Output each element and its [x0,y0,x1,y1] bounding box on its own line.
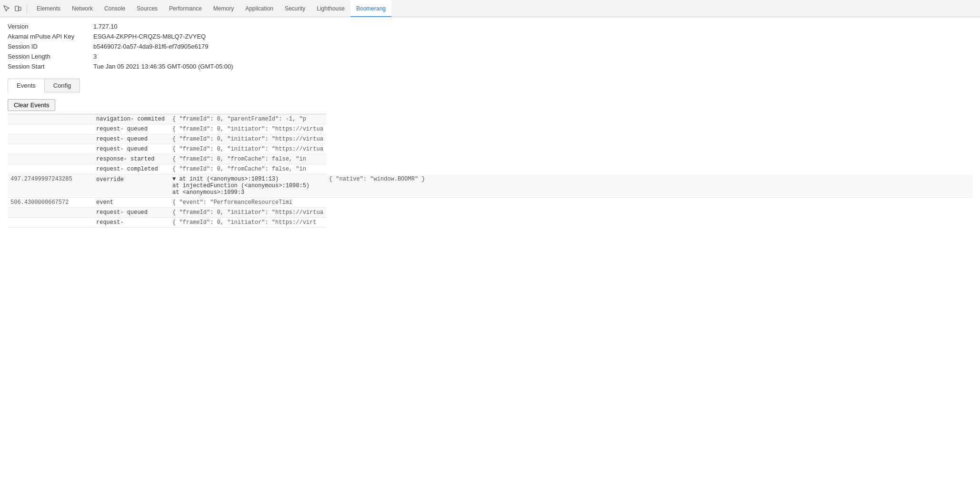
stack-line: at injectedFunction (<anonymous>:1098:5) [172,182,323,189]
nav-tab-elements[interactable]: Elements [31,0,66,17]
sub-tab-config[interactable]: Config [45,79,80,92]
event-type: request- [93,218,170,228]
event-data: { "frameId": 0, "initiator": "https://vi… [170,144,326,154]
event-time [8,144,93,154]
event-data: { "frameId": 0, "parentFrameId": -1, "p [170,114,326,124]
nav-tabs: ElementsNetworkConsoleSourcesPerformance… [31,0,391,17]
event-data: { "native": "window.BOOMR" } [326,174,972,198]
stack-line: at <anonymous>:1099:3 [172,189,323,196]
sub-tabs: EventsConfig [8,79,80,92]
table-row: response- started{ "frameId": 0, "fromCa… [8,154,972,164]
table-row: request- queued{ "frameId": 0, "initiato… [8,208,972,218]
event-type: request- queued [93,208,170,218]
event-time [8,124,93,134]
api-key-label: Akamai mPulse API Key [8,33,93,40]
event-time: 506.4300000667572 [8,198,93,208]
event-type: request- queued [93,124,170,134]
session-length-label: Session Length [8,53,93,60]
event-time [8,134,93,144]
nav-tab-application[interactable]: Application [240,0,279,17]
event-type: navigation- commited [93,114,170,124]
main-content: Version 1.727.10 Akamai mPulse API Key E… [0,17,980,233]
version-label: Version [8,23,93,30]
nav-tab-boomerang[interactable]: Boomerang [350,0,391,17]
clear-events-button[interactable]: Clear Events [8,99,55,111]
session-id-label: Session ID [8,43,93,50]
sub-tab-container: EventsConfig [8,79,972,92]
table-row: request- queued{ "frameId": 0, "initiato… [8,124,972,134]
event-data: { "frameId": 0, "initiator": "https://vi… [170,134,326,144]
svg-rect-1 [19,7,21,10]
event-time [8,114,93,124]
nav-tab-performance[interactable]: Performance [163,0,208,17]
session-id-value: b5469072-0a57-4da9-81f6-ef7d905e6179 [93,43,972,50]
event-time [8,208,93,218]
nav-tab-network[interactable]: Network [66,0,99,17]
nav-tab-lighthouse[interactable]: Lighthouse [311,0,350,17]
table-row: request- completed{ "frameId": 0, "fromC… [8,164,972,174]
table-row: request-{ "frameId": 0, "initiator": "ht… [8,218,972,228]
inspect-icon[interactable] [2,4,11,13]
table-row: request- queued{ "frameId": 0, "initiato… [8,134,972,144]
nav-tab-security[interactable]: Security [279,0,311,17]
table-row: navigation- commited{ "frameId": 0, "par… [8,114,972,124]
event-type: request- queued [93,144,170,154]
session-start-label: Session Start [8,63,93,70]
nav-tab-memory[interactable]: Memory [208,0,240,17]
events-table: Clear Events navigation- commited{ "fram… [8,96,972,228]
device-icon[interactable] [13,4,23,13]
devtools-navbar: ElementsNetworkConsoleSourcesPerformance… [0,0,980,17]
nav-icon-group [2,4,27,13]
sub-tab-events[interactable]: Events [8,79,45,92]
event-data: { "frameId": 0, "fromCache": false, "in [170,164,326,174]
session-start-value: Tue Jan 05 2021 13:46:35 GMT-0500 (GMT-0… [93,63,972,70]
stack-trace: ▼ at init (<anonymous>:1091:13)at inject… [172,176,323,196]
nav-tab-console[interactable]: Console [99,0,131,17]
event-data: { "frameId": 0, "fromCache": false, "in [170,154,326,164]
event-type: event [93,198,170,208]
event-time [8,218,93,228]
event-type: request- completed [93,164,170,174]
event-data: { "frameId": 0, "initiator": "https://vi… [170,124,326,134]
table-row: 497.27499997243285override▼ at init (<an… [8,174,972,198]
event-data: { "frameId": 0, "initiator": "https://vi… [170,208,326,218]
table-row: request- queued{ "frameId": 0, "initiato… [8,144,972,154]
event-time [8,154,93,164]
event-type: request- queued [93,134,170,144]
svg-rect-0 [15,6,19,11]
event-type-label: override [93,174,170,198]
api-key-value: ESGA4-ZKPPH-CRQZS-M8LQ7-ZVYEQ [93,33,972,40]
event-type: ▼ at init (<anonymous>:1091:13)at inject… [170,174,326,198]
stack-line: ▼ at init (<anonymous>:1091:13) [172,176,323,182]
event-time [8,164,93,174]
event-data: { "event": "PerformanceResourceTimi [170,198,326,208]
info-section: Version 1.727.10 Akamai mPulse API Key E… [8,23,972,70]
nav-tab-sources[interactable]: Sources [131,0,163,17]
version-value: 1.727.10 [93,23,972,30]
event-type: response- started [93,154,170,164]
event-data: { "frameId": 0, "initiator": "https://vi… [170,218,326,228]
table-row: 506.4300000667572event{ "event": "Perfor… [8,198,972,208]
session-length-value: 3 [93,53,972,60]
clear-events-row: Clear Events [8,96,972,114]
event-time: 497.27499997243285 [8,174,93,198]
